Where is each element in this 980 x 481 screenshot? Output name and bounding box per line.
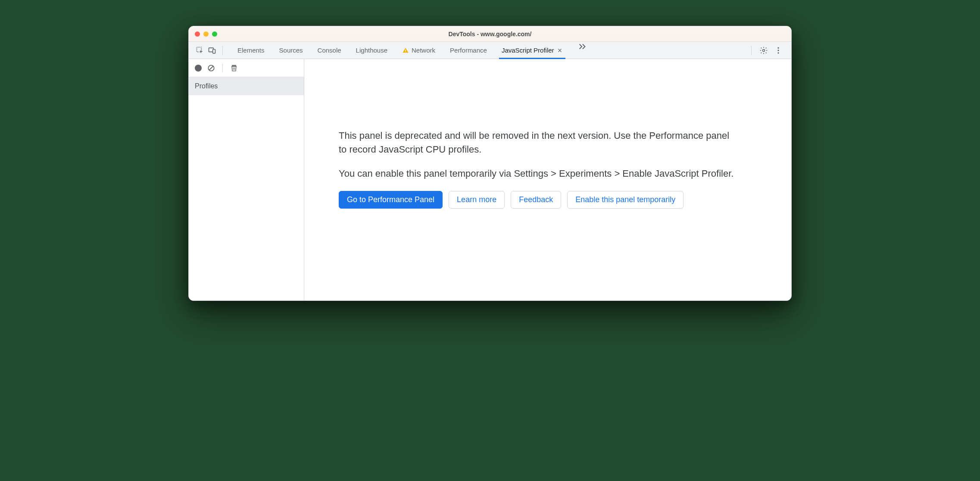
settings-icon[interactable] xyxy=(759,46,768,55)
message-paragraph-2: You can enable this panel temporarily vi… xyxy=(339,167,735,181)
svg-point-7 xyxy=(777,50,779,51)
minimize-window-icon[interactable] xyxy=(203,31,209,37)
warning-icon xyxy=(402,47,409,54)
device-toggle-icon[interactable] xyxy=(208,46,216,55)
svg-rect-10 xyxy=(231,66,237,67)
enable-temporarily-button[interactable]: Enable this panel temporarily xyxy=(567,191,684,209)
svg-point-8 xyxy=(777,52,779,53)
button-row: Go to Performance Panel Learn more Feedb… xyxy=(339,191,735,209)
tab-console[interactable]: Console xyxy=(315,42,344,59)
separator xyxy=(222,46,223,55)
sidebar-toolbar xyxy=(189,59,304,77)
tab-label: Performance xyxy=(450,47,487,54)
sidebar: Profiles xyxy=(189,59,304,300)
toolbar-left xyxy=(191,46,230,55)
tab-label: Elements xyxy=(237,47,265,54)
tab-label: Sources xyxy=(279,47,303,54)
clear-icon[interactable] xyxy=(207,64,215,72)
more-tabs-icon[interactable] xyxy=(577,42,587,51)
close-window-icon[interactable] xyxy=(195,31,200,37)
main-toolbar: Elements Sources Console Lighthouse Netw… xyxy=(189,42,791,59)
svg-rect-2 xyxy=(213,49,215,53)
svg-rect-3 xyxy=(405,50,406,51)
sidebar-list: Profiles xyxy=(189,77,304,300)
delete-icon[interactable] xyxy=(230,64,238,72)
tab-label: JavaScript Profiler xyxy=(502,47,554,54)
tab-label: Network xyxy=(412,47,435,54)
devtools-window: DevTools - www.google.com/ Elements Sour… xyxy=(188,26,792,301)
tab-lighthouse[interactable]: Lighthouse xyxy=(353,42,390,59)
tab-label: Lighthouse xyxy=(356,47,387,54)
panel-body: Profiles This panel is deprecated and wi… xyxy=(189,59,791,300)
record-icon[interactable] xyxy=(195,65,202,72)
svg-point-5 xyxy=(763,49,765,51)
tab-strip: Elements Sources Console Lighthouse Netw… xyxy=(235,42,743,59)
separator xyxy=(222,64,223,72)
window-title: DevTools - www.google.com/ xyxy=(189,31,791,37)
inspect-element-icon[interactable] xyxy=(196,46,204,55)
go-to-performance-button[interactable]: Go to Performance Panel xyxy=(339,191,443,209)
main-toolbar-empty xyxy=(304,59,791,77)
learn-more-button[interactable]: Learn more xyxy=(449,191,505,209)
tab-label: Console xyxy=(318,47,341,54)
svg-point-6 xyxy=(777,47,779,48)
kebab-menu-icon[interactable] xyxy=(774,46,783,55)
feedback-button[interactable]: Feedback xyxy=(511,191,561,209)
svg-rect-4 xyxy=(405,51,406,52)
sidebar-item-label: Profiles xyxy=(195,82,218,90)
main-panel: This panel is deprecated and will be rem… xyxy=(304,59,791,300)
deprecation-message: This panel is deprecated and will be rem… xyxy=(304,77,791,300)
tab-javascript-profiler[interactable]: JavaScript Profiler xyxy=(499,42,565,59)
tab-sources[interactable]: Sources xyxy=(277,42,306,59)
maximize-window-icon[interactable] xyxy=(212,31,217,37)
tab-performance[interactable]: Performance xyxy=(447,42,490,59)
tab-elements[interactable]: Elements xyxy=(235,42,267,59)
window-controls xyxy=(195,31,217,37)
toolbar-right xyxy=(743,46,789,55)
titlebar: DevTools - www.google.com/ xyxy=(189,26,791,42)
message-paragraph-1: This panel is deprecated and will be rem… xyxy=(339,129,735,156)
tab-network[interactable]: Network xyxy=(399,42,438,59)
close-tab-icon[interactable] xyxy=(557,47,563,53)
separator xyxy=(751,46,752,55)
sidebar-item-profiles[interactable]: Profiles xyxy=(189,77,304,95)
